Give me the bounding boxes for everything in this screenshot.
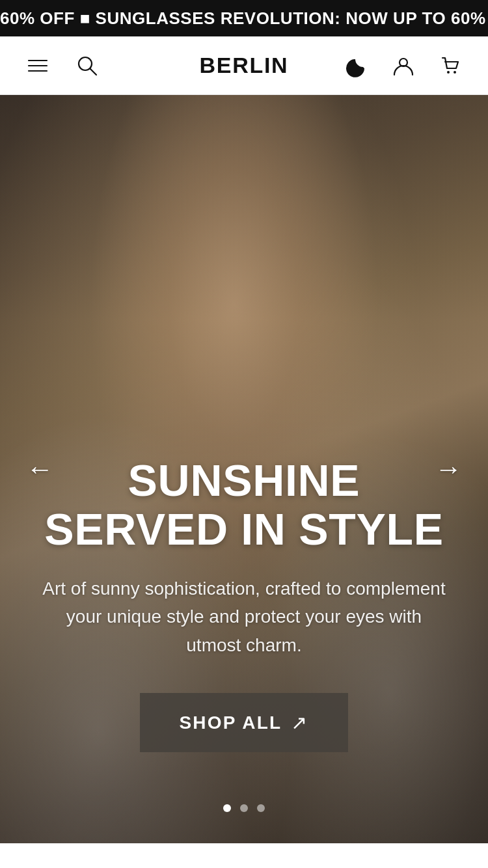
hero-subtext: Art of sunny sophistication, crafted to … <box>39 575 449 659</box>
search-icon <box>75 54 99 77</box>
menu-button[interactable] <box>23 51 52 80</box>
cta-label: SHOP ALL <box>179 712 282 733</box>
brand-logo[interactable]: BERLIN <box>200 53 289 78</box>
arrow-left-icon: ← <box>26 454 53 484</box>
hero-headline: SUNSHINE SERVED IN STYLE <box>39 456 449 554</box>
hero-dots <box>0 804 488 812</box>
arrow-right-icon: → <box>435 454 462 484</box>
announcement-text: 60% OFF ■ SUNGLASSES REVOLUTION: NOW UP … <box>0 8 488 29</box>
hamburger-icon <box>26 54 49 77</box>
shop-all-button[interactable]: SHOP ALL ↗ <box>140 693 347 752</box>
svg-point-6 <box>447 71 450 74</box>
account-button[interactable] <box>389 51 418 80</box>
cart-button[interactable] <box>436 51 465 80</box>
hero-content: SUNSHINE SERVED IN STYLE Art of sunny so… <box>0 456 488 752</box>
svg-point-7 <box>454 71 456 74</box>
dot-3[interactable] <box>257 804 265 812</box>
dot-1[interactable] <box>223 804 231 812</box>
dot-2[interactable] <box>240 804 248 812</box>
header: BERLIN <box>0 36 488 95</box>
hero-prev-button[interactable]: ← <box>13 447 66 491</box>
hero-section: ← → SUNSHINE SERVED IN STYLE Art of sunn… <box>0 95 488 843</box>
moon-icon <box>345 54 368 77</box>
cta-arrow-icon: ↗ <box>291 711 308 734</box>
svg-line-4 <box>90 68 97 75</box>
account-icon <box>392 54 415 77</box>
header-left <box>23 51 102 80</box>
header-right <box>342 51 465 80</box>
cart-icon <box>439 54 462 77</box>
search-button[interactable] <box>73 51 102 80</box>
dark-mode-button[interactable] <box>342 51 371 80</box>
announcement-bar: 60% OFF ■ SUNGLASSES REVOLUTION: NOW UP … <box>0 0 488 36</box>
hero-next-button[interactable]: → <box>422 447 475 491</box>
